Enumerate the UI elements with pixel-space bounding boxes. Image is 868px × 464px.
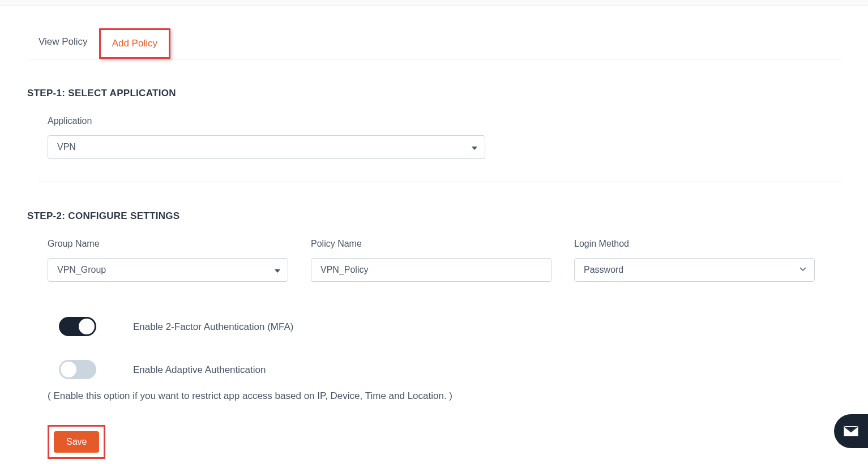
mfa-toggle[interactable] bbox=[59, 317, 96, 336]
chat-widget[interactable] bbox=[834, 414, 868, 448]
save-button[interactable]: Save bbox=[54, 431, 99, 453]
tab-view-policy[interactable]: View Policy bbox=[27, 28, 99, 59]
section-divider bbox=[39, 182, 841, 182]
login-method-select[interactable] bbox=[574, 258, 815, 282]
step2-heading: STEP-2: CONFIGURE SETTINGS bbox=[27, 210, 841, 222]
top-bar bbox=[0, 0, 868, 6]
step1-heading: STEP-1: SELECT APPLICATION bbox=[27, 88, 841, 99]
application-select[interactable] bbox=[48, 135, 485, 159]
adaptive-auth-label: Enable Adaptive Authentication bbox=[133, 359, 266, 377]
adaptive-auth-description: ( Enable this option if you want to rest… bbox=[132, 385, 642, 408]
application-label: Application bbox=[48, 116, 841, 126]
policy-name-label: Policy Name bbox=[311, 239, 551, 249]
tabs-container: View Policy Add Policy bbox=[27, 28, 841, 59]
policy-name-input[interactable] bbox=[311, 258, 551, 282]
login-method-label: Login Method bbox=[574, 239, 815, 249]
tab-add-policy[interactable]: Add Policy bbox=[99, 28, 170, 59]
mail-icon bbox=[843, 425, 859, 437]
save-button-highlight: Save bbox=[48, 425, 105, 459]
group-name-label: Group Name bbox=[48, 239, 288, 249]
group-name-select[interactable] bbox=[48, 258, 288, 282]
mfa-toggle-label: Enable 2-Factor Authentication (MFA) bbox=[133, 316, 293, 334]
adaptive-auth-toggle[interactable] bbox=[59, 360, 96, 379]
